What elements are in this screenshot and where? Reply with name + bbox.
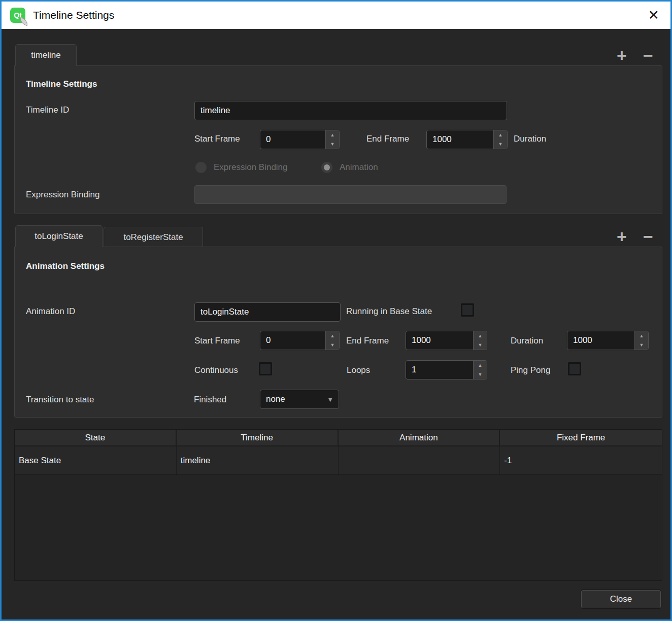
window-title: Timeline Settings: [33, 9, 114, 21]
tab-tologinstate[interactable]: toLoginState: [15, 225, 103, 247]
end-frame-spinbox[interactable]: 1000 ▲ ▼: [426, 130, 508, 149]
animation-settings-heading: Animation Settings: [26, 261, 105, 271]
spin-up-icon[interactable]: ▲: [326, 331, 339, 340]
add-animation-icon[interactable]: +: [613, 228, 630, 245]
spin-buttons: ▲ ▼: [634, 331, 648, 350]
add-timeline-icon[interactable]: +: [613, 47, 630, 64]
column-header-fixed-frame: Fixed Frame: [500, 430, 662, 445]
start-frame-spin-buttons: ▲ ▼: [325, 130, 339, 149]
animation-duration-value[interactable]: 1000: [567, 331, 634, 350]
timeline-settings-heading: Timeline Settings: [26, 79, 97, 89]
timeline-id-label: Timeline ID: [26, 105, 69, 115]
transition-to-state-label: Transition to state: [26, 395, 94, 405]
remove-timeline-icon[interactable]: −: [640, 47, 657, 64]
column-header-animation: Animation: [339, 430, 500, 445]
expression-binding-radio-label: Expression Binding: [214, 162, 288, 172]
timeline-id-input[interactable]: timeline: [194, 101, 507, 120]
cell-animation[interactable]: [339, 446, 500, 474]
tab-timeline-label: timeline: [31, 50, 61, 60]
running-in-base-state-checkbox[interactable]: [461, 303, 474, 317]
ping-pong-checkbox[interactable]: [568, 362, 581, 375]
animation-panel: Animation Settings Animation ID toLoginS…: [14, 247, 662, 418]
timeline-tab-controls: + −: [613, 44, 657, 66]
animation-tab-controls: + −: [613, 225, 657, 247]
finished-value: none: [266, 394, 285, 404]
state-table-header: State Timeline Animation Fixed Frame: [15, 430, 662, 445]
qt-logo-icon: Qt: [10, 8, 25, 23]
cell-state[interactable]: Base State: [15, 446, 177, 474]
loops-spinbox[interactable]: 1 ▲ ▼: [406, 360, 487, 380]
spin-down-icon[interactable]: ▼: [326, 140, 339, 149]
spin-down-icon[interactable]: ▼: [494, 140, 507, 149]
tab-tologinstate-label: toLoginState: [35, 231, 83, 242]
column-header-state: State: [15, 430, 177, 445]
ping-pong-label: Ping Pong: [511, 365, 550, 375]
animation-radio: [321, 162, 332, 173]
animation-end-frame-spinbox[interactable]: 1000 ▲ ▼: [406, 331, 487, 350]
animation-id-label: Animation ID: [26, 306, 75, 317]
duration-label: Duration: [514, 134, 546, 144]
spin-down-icon[interactable]: ▼: [635, 340, 648, 350]
spin-up-icon[interactable]: ▲: [326, 130, 339, 140]
table-row[interactable]: Base State timeline -1: [15, 445, 662, 475]
close-icon[interactable]: ✕: [648, 9, 659, 22]
close-button[interactable]: Close: [581, 590, 661, 609]
close-button-label: Close: [610, 594, 632, 604]
timeline-id-value: timeline: [200, 106, 230, 116]
expression-binding-label: Expression Binding: [26, 190, 100, 200]
end-frame-label: End Frame: [366, 134, 409, 144]
loops-value[interactable]: 1: [406, 361, 473, 379]
spin-up-icon[interactable]: ▲: [494, 130, 507, 140]
finished-label: Finished: [194, 395, 226, 405]
end-frame-label: End Frame: [346, 336, 389, 346]
spin-up-icon[interactable]: ▲: [474, 331, 487, 340]
spin-up-icon[interactable]: ▲: [474, 361, 487, 370]
start-frame-spinbox[interactable]: 0 ▲ ▼: [260, 130, 340, 149]
remove-animation-icon[interactable]: −: [640, 228, 657, 245]
expression-binding-input: [194, 185, 507, 204]
start-frame-value[interactable]: 0: [260, 130, 325, 149]
running-in-base-state-label: Running in Base State: [346, 306, 432, 317]
tab-toregisterstate[interactable]: toRegisterState: [104, 227, 203, 247]
timeline-tab-bar: timeline + −: [14, 44, 661, 66]
spin-down-icon[interactable]: ▼: [474, 340, 487, 350]
spin-up-icon[interactable]: ▲: [635, 331, 648, 340]
state-table: State Timeline Animation Fixed Frame Bas…: [14, 429, 662, 581]
spin-buttons: ▲ ▼: [473, 361, 487, 379]
animation-duration-spinbox[interactable]: 1000 ▲ ▼: [567, 331, 649, 350]
start-frame-label: Start Frame: [194, 134, 240, 144]
loops-label: Loops: [347, 365, 370, 375]
tab-timeline[interactable]: timeline: [15, 44, 77, 66]
spin-down-icon[interactable]: ▼: [474, 370, 487, 379]
animation-end-frame-value[interactable]: 1000: [406, 331, 473, 350]
continuous-label: Continuous: [194, 365, 238, 375]
timeline-settings-dialog: Qt Timeline Settings ✕ timeline + − Time…: [0, 0, 672, 621]
spin-buttons: ▲ ▼: [473, 331, 487, 350]
timeline-panel: Timeline Settings Timeline ID timeline S…: [14, 65, 662, 214]
cell-timeline[interactable]: timeline: [177, 446, 339, 474]
cell-fixed-frame[interactable]: -1: [500, 446, 662, 474]
tab-toregisterstate-label: toRegisterState: [123, 232, 183, 243]
expression-binding-radio: [195, 162, 207, 173]
end-frame-value[interactable]: 1000: [427, 130, 493, 149]
start-frame-label: Start Frame: [194, 336, 240, 346]
dropdown-arrow-icon: ▼: [327, 396, 333, 403]
duration-label: Duration: [511, 336, 543, 346]
continuous-checkbox[interactable]: [259, 362, 272, 375]
animation-tab-bar: toLoginState toRegisterState + −: [14, 225, 661, 247]
finished-combobox[interactable]: none ▼: [260, 390, 339, 409]
animation-start-frame-value[interactable]: 0: [260, 331, 325, 350]
animation-radio-label: Animation: [340, 162, 378, 172]
spin-buttons: ▲ ▼: [325, 331, 339, 350]
titlebar: Qt Timeline Settings ✕: [2, 2, 670, 29]
animation-start-frame-spinbox[interactable]: 0 ▲ ▼: [260, 331, 340, 350]
end-frame-spin-buttons: ▲ ▼: [493, 130, 507, 149]
spin-down-icon[interactable]: ▼: [326, 340, 339, 350]
column-header-timeline: Timeline: [177, 430, 339, 445]
animation-id-input[interactable]: toLoginState: [194, 302, 341, 322]
animation-id-value: toLoginState: [200, 307, 249, 317]
